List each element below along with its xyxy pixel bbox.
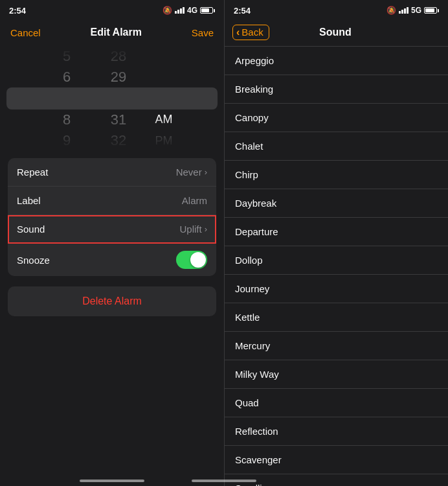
signal-bars-icon — [175, 7, 185, 14]
sound-item-name: Departure — [235, 226, 278, 237]
alarm-settings-list: Repeat Never › Label Alarm Sound Uplift … — [8, 158, 216, 276]
label-row[interactable]: Label Alarm — [8, 187, 216, 215]
delete-alarm-label: Delete Alarm — [82, 295, 142, 307]
right-status-time: 2:54 — [234, 6, 251, 16]
repeat-value: Never › — [176, 167, 207, 178]
list-item[interactable]: Chalet — [225, 132, 448, 161]
right-network-type: 5G — [411, 6, 421, 15]
list-item[interactable]: Arpeggio — [225, 47, 448, 75]
hour-item: 6 — [41, 67, 93, 87]
mute-icon: 🔕 — [162, 6, 172, 15]
back-button[interactable]: ‹ Back — [232, 25, 269, 40]
cancel-button[interactable]: Cancel — [10, 27, 41, 38]
sound-panel: 2:54 🔕 5G ‹ Back Sound — [224, 0, 448, 486]
list-item[interactable]: Milky Way — [225, 360, 448, 389]
save-button[interactable]: Save — [192, 27, 214, 38]
right-mute-icon: 🔕 — [386, 6, 396, 15]
left-status-time: 2:54 — [9, 6, 26, 16]
sound-item-name: Milky Way — [235, 369, 279, 380]
network-type: 4G — [187, 6, 197, 15]
sound-item-name: Journey — [235, 283, 269, 294]
list-item[interactable]: Daybreak — [225, 189, 448, 218]
list-item[interactable]: Kettle — [225, 303, 448, 332]
sound-item-name: Chalet — [235, 141, 263, 152]
list-item[interactable]: Dollop — [225, 246, 448, 275]
battery-icon — [200, 7, 215, 14]
sound-item-name: Chirp — [235, 169, 258, 180]
list-item[interactable]: Departure — [225, 218, 448, 246]
repeat-label: Repeat — [17, 167, 48, 178]
sound-item-name: Arpeggio — [235, 55, 274, 66]
list-item[interactable]: Journey — [225, 275, 448, 303]
label-label: Label — [17, 195, 41, 206]
right-status-icons: 🔕 5G — [386, 6, 439, 15]
sound-row[interactable]: Sound Uplift › — [8, 215, 216, 244]
edit-alarm-panel: 2:54 🔕 4G Cancel Edit Alarm Save — [0, 0, 224, 486]
minute-item: 31 — [93, 110, 144, 130]
left-status-bar: 2:54 🔕 4G — [0, 0, 224, 18]
sound-item-name: Quad — [235, 397, 259, 408]
repeat-value-text: Never — [176, 167, 202, 178]
minute-item: 28 — [93, 47, 144, 67]
minute-item: 32 — [93, 130, 144, 150]
label-value-text: Alarm — [182, 195, 207, 206]
sound-chevron-icon: › — [205, 224, 207, 234]
back-label: Back — [241, 27, 263, 38]
list-item[interactable]: Breaking — [225, 75, 448, 104]
left-status-icons: 🔕 4G — [162, 6, 215, 15]
sound-list[interactable]: Arpeggio Breaking Canopy Chalet Chirp Da… — [225, 47, 448, 486]
hour-item: 8 — [41, 110, 93, 130]
right-status-bar: 2:54 🔕 5G — [225, 0, 448, 18]
list-item[interactable]: Scavenger — [225, 446, 448, 474]
list-item[interactable]: Chirp — [225, 161, 448, 189]
sound-item-name: Breaking — [235, 84, 273, 95]
sound-label: Sound — [17, 224, 45, 235]
sound-item-name: Seedling — [235, 483, 273, 486]
time-picker[interactable]: 4 5 6 7 8 9 10 27 28 29 30 31 32 33 A — [0, 47, 224, 150]
sound-item-name: Canopy — [235, 112, 269, 123]
sound-page-title: Sound — [269, 27, 440, 38]
list-item[interactable]: Quad — [225, 389, 448, 417]
repeat-chevron-icon: › — [205, 167, 207, 177]
pm-item: PM — [155, 130, 173, 150]
page-title: Edit Alarm — [91, 27, 142, 38]
hour-item: 9 — [41, 130, 93, 150]
snooze-label: Snooze — [17, 255, 50, 266]
sound-item-name: Reflection — [235, 426, 278, 437]
hour-item: 5 — [41, 47, 93, 67]
list-item[interactable]: Canopy — [225, 104, 448, 132]
sound-navbar: ‹ Back Sound — [225, 18, 448, 47]
sound-item-name: Kettle — [235, 312, 260, 323]
list-item[interactable]: Seedling — [225, 474, 448, 486]
edit-alarm-navbar: Cancel Edit Alarm Save — [0, 18, 224, 47]
snooze-toggle[interactable] — [176, 251, 207, 269]
repeat-row[interactable]: Repeat Never › — [8, 158, 216, 187]
sound-item-name: Scavenger — [235, 454, 282, 465]
right-signal-bars-icon — [399, 7, 409, 14]
back-chevron-icon: ‹ — [236, 27, 240, 38]
snooze-row[interactable]: Snooze — [8, 244, 216, 276]
sound-item-name: Daybreak — [235, 198, 276, 209]
list-item[interactable]: Mercury — [225, 332, 448, 360]
delete-alarm-button[interactable]: Delete Alarm — [8, 286, 216, 316]
sound-item-name: Dollop — [235, 255, 263, 266]
right-battery-icon — [424, 7, 439, 14]
picker-selection-bg — [6, 87, 218, 110]
toggle-thumb — [190, 252, 206, 268]
minute-item: 29 — [93, 67, 144, 87]
sound-item-name: Mercury — [235, 340, 270, 351]
home-indicator — [80, 480, 144, 482]
sound-value: Uplift › — [179, 224, 207, 235]
right-home-indicator — [192, 480, 256, 482]
label-value: Alarm — [182, 195, 207, 206]
list-item[interactable]: Reflection — [225, 417, 448, 446]
am-selected: AM — [155, 108, 173, 130]
sound-value-text: Uplift — [179, 224, 201, 235]
